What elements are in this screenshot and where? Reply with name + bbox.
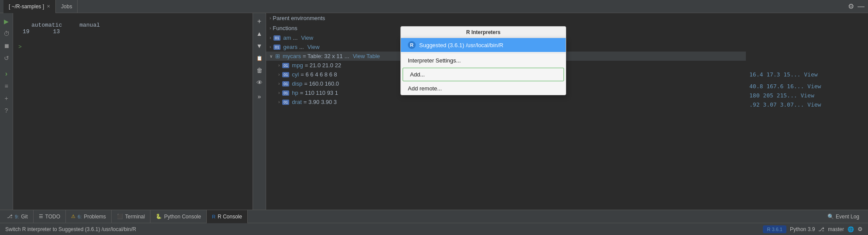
help-icon[interactable]: ?	[2, 106, 11, 115]
r-version-badge[interactable]: R 3.6.1	[763, 225, 786, 233]
context-menu-title: R Interpreters	[400, 26, 566, 38]
bottom-toolbar: ⎇ 9: Git ☰ TODO ⚠ 6: Problems ⬛ Terminal…	[0, 210, 868, 223]
python-version-text[interactable]: Python 3.9	[790, 226, 815, 232]
tab-problems-num: 6:	[78, 214, 82, 219]
env-section-parent[interactable]: › Parent environments	[266, 13, 746, 23]
minimize-icon[interactable]: —	[858, 3, 865, 10]
var-name-mpg: mpg	[292, 62, 303, 69]
run-icon[interactable]: ▶	[2, 17, 11, 26]
type-icon-mpg: 01	[282, 63, 289, 68]
arrow-am-icon: ›	[270, 35, 271, 40]
add-right-icon[interactable]: +	[255, 17, 264, 26]
tab-git-label: Git	[21, 214, 27, 220]
tab-close-icon[interactable]: ✕	[47, 4, 50, 9]
console-data-row: 19 13	[18, 28, 247, 35]
view-link-mycars[interactable]: View Table	[353, 53, 380, 59]
type-icon-am: 01	[273, 35, 280, 41]
menu-item-suggested[interactable]: R Suggested (3.6.1) /usr/local/bin/R	[401, 38, 566, 52]
arrow-functions-icon: ›	[270, 26, 271, 31]
tab-r-samples-label: [ ~/R-samples ]	[9, 3, 44, 10]
var-name-disp: disp	[292, 80, 302, 87]
var-value-gears: ...	[299, 44, 304, 50]
col2-header: manual	[79, 22, 100, 28]
var-name-gears: gears	[283, 44, 297, 50]
list-icon[interactable]: ≡	[2, 81, 11, 91]
view-link-hp2[interactable]: View	[800, 92, 814, 99]
status-message: Switch R interpreter to Suggested (3.6.1…	[5, 226, 763, 232]
status-settings-icon[interactable]: ⚙	[858, 226, 863, 232]
type-icon-drat: 01	[282, 100, 289, 105]
vcs-branch-label[interactable]: master	[828, 226, 844, 232]
console-header-row: automatic manual	[18, 22, 247, 28]
prompt-icon: ›	[2, 69, 11, 79]
tab-python-label: Python Console	[164, 214, 201, 220]
context-menu-body: R Suggested (3.6.1) /usr/local/bin/R Int…	[400, 38, 566, 95]
hp-right-val: 180 205 215... View	[746, 91, 868, 100]
var-value-mycars: = Table: 32 x 11	[303, 53, 343, 59]
add-icon[interactable]: +	[2, 93, 11, 103]
tab-bar-actions: ⚙ —	[848, 2, 868, 10]
var-value-hp: = 110 110 93 1	[300, 90, 338, 96]
r-console-icon: R	[212, 214, 215, 219]
menu-item-add[interactable]: Add...	[403, 68, 564, 81]
menu-item-add-label: Add...	[410, 71, 425, 78]
console-table: automatic manual 19 13	[18, 22, 247, 35]
env-section-parent-label: Parent environments	[273, 15, 325, 21]
menu-item-settings-label: Interpreter Settings...	[408, 57, 461, 64]
val1: 19	[23, 28, 30, 35]
tab-terminal-label: Terminal	[125, 214, 145, 220]
stop-icon[interactable]: ⏹	[2, 41, 11, 51]
var-name-am: am	[283, 35, 291, 41]
copy-icon[interactable]: 📋	[255, 53, 264, 63]
type-icon-hp: 01	[282, 90, 289, 96]
right-toolbar: + ▲ ▼ 📋 🗑 👁 »	[253, 13, 266, 210]
tab-todo[interactable]: ☰ TODO	[34, 210, 66, 223]
drat-right-val: .92 3.07 3.07... View	[746, 100, 868, 109]
event-log-icon: 🔍	[827, 214, 834, 220]
menu-item-add-remote[interactable]: Add remote...	[401, 82, 566, 95]
env-section-functions-label: Functions	[273, 25, 297, 31]
view-link-mpg2[interactable]: View	[804, 71, 817, 78]
rerun-icon[interactable]: ⏱	[2, 29, 11, 38]
disp-right-val: 40.8 167.6 16... View	[746, 82, 868, 91]
menu-item-settings[interactable]: Interpreter Settings...	[401, 54, 566, 67]
arrow-hp-icon: ›	[278, 90, 280, 95]
var-name-hp: hp	[292, 90, 298, 96]
var-value-disp: = 160.0 160.0	[304, 80, 339, 87]
tab-jobs-label: Jobs	[61, 3, 72, 10]
tab-event-log[interactable]: 🔍 Event Log	[824, 214, 863, 220]
env-item-drat[interactable]: › 01 drat = 3.90 3.90 3	[266, 97, 746, 107]
val2: 13	[53, 28, 60, 35]
console-prompt-line: >	[18, 44, 247, 50]
chevron-right-icon[interactable]: »	[255, 92, 264, 101]
view-link-drat2[interactable]: View	[807, 101, 821, 108]
tab-problems[interactable]: ⚠ 6: Problems	[66, 210, 112, 223]
network-icon: 🌐	[847, 226, 854, 232]
down-icon[interactable]: ▼	[255, 41, 264, 51]
up-icon[interactable]: ▲	[255, 29, 264, 38]
tab-r-console[interactable]: R R Console	[207, 210, 248, 223]
top-tab-bar: [ ~/R-samples ] ✕ Jobs ⚙ —	[0, 0, 868, 13]
git-icon: ⎇	[7, 214, 13, 219]
eye-icon[interactable]: 👁	[255, 78, 264, 87]
view-link-gears[interactable]: View	[308, 44, 320, 50]
delete-icon[interactable]: 🗑	[255, 66, 264, 75]
left-toolbar: ▶ ⏱ ⏹ ↺ › ≡ + ?	[0, 13, 13, 210]
tab-git[interactable]: ⎇ 9: Git	[2, 210, 34, 223]
tab-jobs[interactable]: Jobs	[56, 0, 78, 13]
left-panel: ▶ ⏱ ⏹ ↺ › ≡ + ? automatic manual 19 13 >	[0, 13, 253, 210]
settings-icon[interactable]: ⚙	[848, 2, 854, 10]
refresh-icon[interactable]: ↺	[2, 53, 11, 63]
tab-python-console[interactable]: 🐍 Python Console	[150, 210, 207, 223]
arrow-mpg-icon: ›	[278, 63, 280, 68]
var-name-cyl: cyl	[292, 71, 299, 78]
tab-terminal[interactable]: ⬛ Terminal	[112, 210, 150, 223]
view-link-am[interactable]: View	[301, 35, 313, 41]
menu-item-add-remote-label: Add remote...	[408, 85, 442, 92]
r-interpreters-menu: R Interpreters R Suggested (3.6.1) /usr/…	[400, 26, 566, 95]
tab-problems-label: Problems	[84, 214, 106, 220]
python-icon: 🐍	[156, 214, 162, 219]
type-icon-mycars: ⊞	[275, 53, 280, 59]
tab-r-samples[interactable]: [ ~/R-samples ] ✕	[3, 0, 56, 13]
view-link-disp2[interactable]: View	[807, 83, 821, 90]
